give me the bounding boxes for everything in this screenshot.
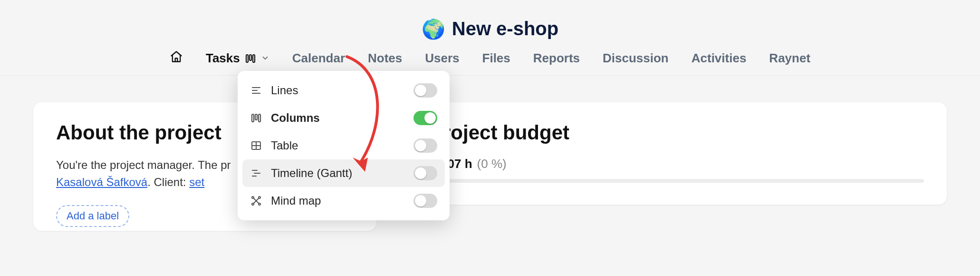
home-icon xyxy=(170,50,183,63)
svg-rect-2 xyxy=(253,55,255,62)
svg-rect-0 xyxy=(246,55,248,62)
svg-rect-8 xyxy=(259,114,260,122)
view-option-label: Timeline (Gantt) xyxy=(271,167,352,180)
about-manager-link[interactable]: Kasalová Šafková xyxy=(56,176,147,188)
view-option-label: Columns xyxy=(271,111,320,125)
budget-percent: (0 %) xyxy=(477,157,507,171)
add-label-button[interactable]: Add a label xyxy=(56,205,129,227)
view-option-toggle[interactable] xyxy=(413,138,437,153)
budget-card: Project budget 24:07 h (0 %) xyxy=(407,102,947,205)
budget-progress xyxy=(430,179,924,183)
view-option-label: Table xyxy=(271,139,298,152)
chevron-down-icon xyxy=(261,51,269,66)
tab-reports[interactable]: Reports xyxy=(533,51,580,74)
tab-files[interactable]: Files xyxy=(482,51,510,74)
columns-icon xyxy=(245,53,256,64)
svg-rect-1 xyxy=(250,55,251,60)
view-option-toggle[interactable] xyxy=(413,111,437,125)
view-option-gantt[interactable]: Timeline (Gantt) xyxy=(242,159,445,187)
svg-rect-7 xyxy=(255,114,257,120)
budget-title: Project budget xyxy=(430,121,924,144)
view-option-label: Mind map xyxy=(271,194,321,207)
tab-home[interactable] xyxy=(170,50,183,75)
view-option-lines[interactable]: Lines xyxy=(242,77,445,104)
view-option-toggle[interactable] xyxy=(413,194,437,208)
content: LinesColumnsTableTimeline (Gantt)Mind ma… xyxy=(0,76,980,257)
about-client-link[interactable]: set xyxy=(189,176,204,188)
mind-icon xyxy=(250,195,262,207)
table-icon xyxy=(250,139,262,152)
tab-raynet[interactable]: Raynet xyxy=(769,51,810,74)
view-option-columns[interactable]: Columns xyxy=(242,104,445,132)
view-option-toggle[interactable] xyxy=(413,83,437,98)
project-title: 🌍 New e-shop xyxy=(422,18,558,39)
columns-icon xyxy=(250,112,262,124)
tab-discussion[interactable]: Discussion xyxy=(603,51,669,74)
budget-line: 24:07 h (0 %) xyxy=(430,157,924,171)
svg-rect-6 xyxy=(252,114,254,122)
view-option-label: Lines xyxy=(271,84,298,97)
view-option-table[interactable]: Table xyxy=(242,132,445,159)
tab-tasks-label: Tasks xyxy=(206,51,240,66)
tasks-view-dropdown: LinesColumnsTableTimeline (Gantt)Mind ma… xyxy=(238,71,450,220)
header: 🌍 New e-shop Tasks Calendar Notes Users … xyxy=(0,0,980,76)
view-option-toggle[interactable] xyxy=(413,166,437,180)
about-desc-mid: . Client: xyxy=(147,176,189,188)
view-option-mind[interactable]: Mind map xyxy=(242,187,445,215)
globe-icon: 🌍 xyxy=(422,20,445,39)
lines-icon xyxy=(250,84,262,97)
tab-activities[interactable]: Activities xyxy=(692,51,747,74)
project-name: New e-shop xyxy=(452,18,558,39)
about-desc-prefix: You're the project manager. The pr xyxy=(56,158,231,171)
gantt-icon xyxy=(250,167,262,179)
